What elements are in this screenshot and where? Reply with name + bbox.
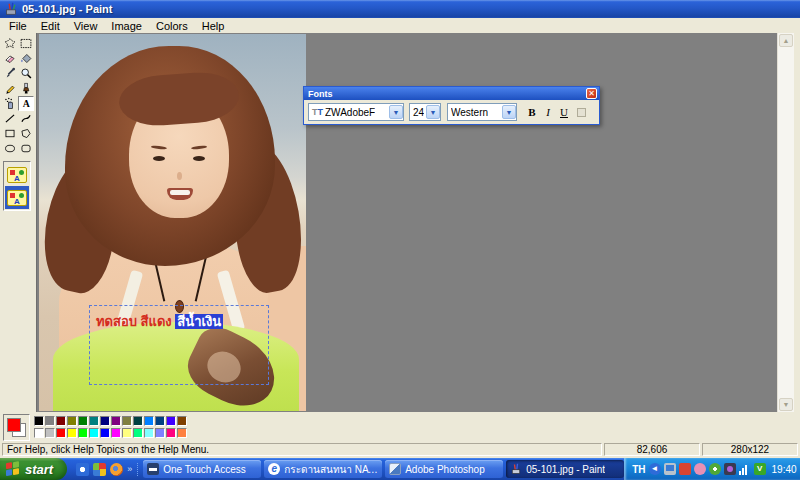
tool-polygon[interactable]: [18, 126, 34, 141]
palette-color[interactable]: [67, 416, 77, 426]
palette-swatches: [34, 416, 187, 438]
task-paint-active[interactable]: 05-101.jpg - Paint: [506, 460, 624, 478]
signal-bars-icon[interactable]: [739, 463, 751, 475]
language-indicator[interactable]: TH: [632, 464, 645, 475]
system-tray: TH ◄ V 19:40: [624, 458, 800, 480]
palette-color[interactable]: [56, 416, 66, 426]
palette-color[interactable]: [133, 428, 143, 438]
chevron-more-icon[interactable]: »: [127, 464, 132, 474]
dark-app-tray-icon[interactable]: [724, 463, 736, 475]
menu-colors[interactable]: Colors: [149, 20, 195, 32]
person-tray-icon[interactable]: [694, 463, 706, 475]
truetype-icon: TT: [312, 107, 323, 117]
photo-canvas[interactable]: ทดสอบ สีแดง สีน้ำเงิน: [39, 34, 306, 411]
transparent-background-option[interactable]: A: [5, 186, 29, 209]
menu-help[interactable]: Help: [195, 20, 232, 32]
palette-color[interactable]: [155, 428, 165, 438]
tool-airbrush[interactable]: [2, 96, 18, 111]
antivirus-tray-icon[interactable]: V: [754, 463, 766, 475]
palette-color[interactable]: [78, 416, 88, 426]
vertical-scrollbar[interactable]: ▲ ▼: [777, 33, 794, 412]
palette-color[interactable]: [166, 428, 176, 438]
font-family-select[interactable]: TT ZWAdobeF ▼: [308, 103, 404, 121]
script-value: Western: [451, 107, 488, 118]
application-icon[interactable]: [93, 463, 106, 476]
tool-grid: A: [2, 36, 36, 156]
tool-line[interactable]: [2, 111, 18, 126]
underline-button[interactable]: U: [557, 105, 571, 120]
palette-color[interactable]: [122, 416, 132, 426]
tool-magnifier[interactable]: [18, 66, 34, 81]
task-adobe-photoshop[interactable]: Adobe Photoshop: [385, 460, 503, 478]
window-title: 05-101.jpg - Paint: [22, 3, 112, 15]
menu-file[interactable]: File: [2, 20, 34, 32]
palette-color[interactable]: [100, 416, 110, 426]
palette-color[interactable]: [144, 428, 154, 438]
tool-pick-color[interactable]: [2, 66, 18, 81]
paint-app-icon[interactable]: [4, 2, 18, 16]
palette-color[interactable]: [67, 428, 77, 438]
palette-color[interactable]: [111, 428, 121, 438]
rectangle-icon: [3, 127, 17, 140]
tool-curve[interactable]: [18, 111, 34, 126]
tool-eraser[interactable]: [2, 51, 18, 66]
palette-color[interactable]: [166, 416, 176, 426]
task-web-board[interactable]: e กระดานสนทนา NAVA...: [264, 460, 382, 478]
tool-ellipse[interactable]: [2, 141, 18, 156]
red-app-tray-icon[interactable]: [679, 463, 691, 475]
tool-free-form-select[interactable]: [2, 36, 18, 51]
vertical-text-button[interactable]: [574, 105, 588, 120]
opaque-background-option[interactable]: A: [5, 163, 29, 186]
palette-color[interactable]: [155, 416, 165, 426]
tool-brush[interactable]: [18, 81, 34, 96]
language-back-arrow-icon[interactable]: ◄: [649, 463, 661, 475]
status-help-text: For Help, click Help Topics on the Help …: [2, 443, 602, 456]
palette-color[interactable]: [177, 428, 187, 438]
palette-color[interactable]: [122, 428, 132, 438]
palette-color[interactable]: [78, 428, 88, 438]
font-size-select[interactable]: 24 ▼: [409, 103, 441, 121]
palette-color[interactable]: [111, 416, 121, 426]
scroll-down-icon[interactable]: ▼: [779, 398, 793, 411]
start-button[interactable]: start: [0, 458, 67, 480]
script-select[interactable]: Western ▼: [447, 103, 517, 121]
fonts-toolbar: Fonts ✕ TT ZWAdobeF ▼ 24 ▼ Western ▼ B: [303, 86, 600, 125]
palette-color[interactable]: [177, 416, 187, 426]
firefox-icon[interactable]: [110, 463, 123, 476]
palette-color[interactable]: [100, 428, 110, 438]
menu-view[interactable]: View: [67, 20, 105, 32]
messenger-icon[interactable]: [76, 463, 89, 476]
close-icon[interactable]: ✕: [586, 88, 597, 99]
task-one-touch-access[interactable]: One Touch Access: [143, 460, 261, 478]
palette-color[interactable]: [45, 428, 55, 438]
typed-text: ทดสอบ สีแดง สีน้ำเงิน: [96, 311, 223, 332]
palette-color[interactable]: [89, 416, 99, 426]
palette-color[interactable]: [144, 416, 154, 426]
palette-color[interactable]: [34, 416, 44, 426]
menu-image[interactable]: Image: [104, 20, 149, 32]
tool-rectangle[interactable]: [2, 126, 18, 141]
bold-button[interactable]: B: [525, 105, 539, 120]
tool-rounded-rectangle[interactable]: [18, 141, 34, 156]
fill-with-color-icon: [19, 52, 33, 65]
palette-color[interactable]: [56, 428, 66, 438]
tool-select[interactable]: [18, 36, 34, 51]
green-swoosh-tray-icon[interactable]: [709, 463, 721, 475]
font-family-value: ZWAdobeF: [325, 107, 375, 118]
chevron-down-icon: ▼: [389, 105, 403, 119]
palette-color[interactable]: [45, 416, 55, 426]
tool-fill[interactable]: [18, 51, 34, 66]
display-tray-icon[interactable]: [664, 463, 676, 475]
italic-button[interactable]: I: [541, 105, 555, 120]
windows-logo-icon: [6, 461, 21, 477]
text-selection-box[interactable]: ทดสอบ สีแดง สีน้ำเงิน: [89, 305, 269, 385]
fonts-toolbar-titlebar[interactable]: Fonts ✕: [304, 87, 599, 100]
palette-color[interactable]: [34, 428, 44, 438]
scroll-up-icon[interactable]: ▲: [779, 34, 793, 47]
menu-edit[interactable]: Edit: [34, 20, 67, 32]
tool-pencil[interactable]: [2, 81, 18, 96]
palette-color[interactable]: [89, 428, 99, 438]
palette-color[interactable]: [133, 416, 143, 426]
tool-text[interactable]: A: [18, 96, 34, 111]
free-form-select-icon: [3, 37, 17, 50]
